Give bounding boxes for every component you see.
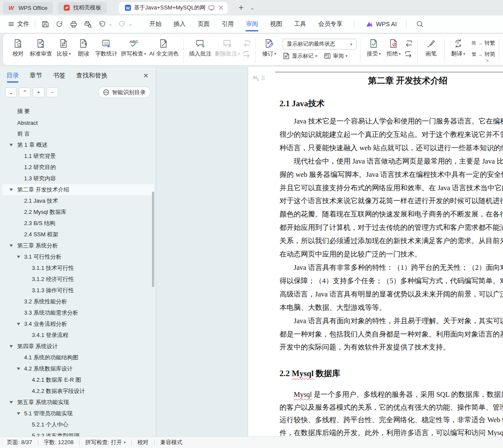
tab-list-button[interactable]: ⌄ — [250, 5, 254, 11]
tab-chapters[interactable]: 章节 — [30, 71, 42, 83]
toc-item[interactable]: 4.2.1 数据库 E-R 图 — [0, 374, 156, 386]
toc-item[interactable]: 3.1.2 经济可行性 — [0, 274, 156, 285]
toc-item[interactable]: 3.1.3 操作可行性 — [0, 285, 156, 296]
collapse-all-button[interactable]: ⌃ — [19, 87, 31, 97]
previous-comment-button[interactable] — [242, 39, 252, 48]
collapse-arrow-icon[interactable] — [17, 256, 20, 258]
menu-item-tools[interactable]: 工具 — [288, 15, 312, 33]
document-page[interactable]: H1 第二章 开发技术介绍 2.1 Java技术 Java 技术它是一个容易让人… — [248, 67, 503, 436]
toc-item[interactable]: 3.3 系统功能需求分析 — [0, 307, 156, 318]
accept-change-button[interactable]: 接受▾ — [364, 37, 384, 59]
toc-item[interactable]: 摘 要 — [0, 106, 156, 117]
wps-ai-button[interactable]: WPS AI — [366, 20, 397, 28]
toc-item[interactable]: 2.3 B/S 结构 — [0, 218, 156, 229]
more-tools-chevron-icon[interactable]: ⌄ — [129, 22, 133, 26]
undo-icon[interactable] — [98, 20, 106, 28]
proofread-status[interactable]: 校对 — [137, 439, 149, 446]
toc-item[interactable]: Abstract — [0, 117, 156, 128]
menu-item-insert[interactable]: 插入 — [168, 15, 192, 33]
tab-bookmarks[interactable]: 书签 — [53, 71, 65, 83]
toc-item[interactable]: 第 1 章 概述 — [0, 139, 156, 151]
toc-item[interactable]: 3.4.1 登录流程 — [0, 330, 156, 341]
redo-icon[interactable] — [118, 20, 127, 28]
print-icon[interactable] — [69, 20, 78, 28]
toc-item[interactable]: 2.4 SSM 框架 — [0, 229, 156, 240]
toc-item[interactable]: 3.1.1 技术可行性 — [0, 263, 156, 274]
file-menu-button[interactable]: 文件 — [8, 20, 29, 28]
menu-item-view[interactable]: 视图 — [264, 15, 288, 33]
toc-item[interactable]: 前 言 — [0, 128, 156, 139]
markup-state-dropdown[interactable]: 显示标记的最终状态 ▾ — [283, 39, 357, 49]
toc-item[interactable]: 1.1 研究背景 — [0, 151, 156, 162]
new-tab-button[interactable]: ＋ — [237, 2, 245, 13]
collapse-arrow-icon[interactable] — [9, 244, 13, 247]
toc-item[interactable]: 1.3 研究内容 — [0, 173, 156, 184]
insert-comment-button[interactable]: 插入批注 — [187, 37, 213, 59]
expand-all-button[interactable]: ⌄ — [5, 87, 17, 97]
compare-button[interactable]: 比较▾ — [54, 37, 74, 59]
menu-item-review[interactable]: 审阅 — [240, 15, 264, 33]
tab-find-replace[interactable]: 查找和替换 — [76, 71, 108, 83]
zoom-in-toc-button[interactable]: ＋ — [33, 87, 44, 97]
collapse-arrow-icon[interactable] — [9, 401, 13, 404]
close-tab-icon[interactable] — [217, 4, 224, 11]
toc-item[interactable]: 5.2.1 个人中心 — [0, 419, 156, 430]
toc-item[interactable]: 2.2 Mysql 数据库 — [0, 207, 156, 218]
collapse-arrow-icon[interactable] — [17, 323, 20, 325]
previous-change-button[interactable] — [404, 39, 414, 48]
export-icon[interactable] — [55, 20, 64, 28]
collapse-arrow-icon[interactable] — [9, 188, 13, 191]
toc-item[interactable]: 3.2 系统性能分析 — [0, 296, 156, 307]
next-comment-button[interactable] — [242, 49, 252, 59]
word-count-indicator[interactable]: 字数: 12208 — [44, 439, 74, 446]
toc-item[interactable]: 3.1 可行性分析 — [0, 251, 156, 263]
print-preview-icon[interactable] — [84, 20, 92, 28]
tab-contents[interactable]: 目录 — [6, 71, 19, 83]
toc-item[interactable]: 4.1 系统的功能结构图 — [0, 352, 156, 363]
toc-item[interactable]: 4.2 系统数据库设计 — [0, 363, 156, 374]
delete-comment-button[interactable]: 删除批注▾ — [213, 37, 242, 59]
sidebar-scrollbar[interactable] — [152, 192, 154, 287]
menu-item-membership[interactable]: 会员专享 — [312, 15, 348, 33]
collapse-arrow-icon[interactable] — [17, 412, 20, 415]
toc-item[interactable]: 第四章 系统设计 — [0, 341, 156, 352]
collapse-arrow-icon[interactable] — [9, 345, 13, 348]
page-indicator[interactable]: 页面: 8/37 — [7, 439, 32, 446]
ribbon-expand-icon[interactable]: ↘ — [485, 57, 489, 63]
pen-button[interactable]: 画笔 — [421, 37, 441, 59]
spell-check-button[interactable]: ABC 拼写检查▾ — [119, 37, 148, 59]
screen-mode-icon[interactable] — [208, 4, 215, 11]
ai-polish-button[interactable]: AI 全文润色 — [148, 37, 180, 59]
review-pane-button[interactable]: 审阅 ▾ — [323, 52, 348, 60]
save-icon[interactable] — [41, 20, 50, 28]
collapse-arrow-icon[interactable] — [9, 144, 13, 146]
heading-drag-handle[interactable]: H1 — [253, 75, 265, 81]
to-simplified-button[interactable]: 繁→ 转简 — [472, 51, 495, 58]
toc-item-selected[interactable]: 第二章 开发技术介绍 — [2, 184, 154, 195]
close-sidebar-icon[interactable]: ✕ — [143, 72, 149, 80]
tab-docer-templates[interactable]: 找稻壳模板 — [58, 2, 107, 14]
tab-document[interactable]: W 基于Java+SSM+MySQL的网 — [119, 2, 228, 14]
toc-item[interactable]: 5.1 管理员功能实现 — [0, 408, 156, 419]
menu-item-page[interactable]: 页面 — [192, 15, 216, 33]
standard-review-button[interactable]: 标准审查 — [28, 37, 54, 59]
show-markup-button[interactable]: 显示标记 ▾ — [283, 52, 317, 60]
next-change-button[interactable] — [404, 49, 414, 59]
undo-chevron-icon[interactable]: ⌄ — [109, 22, 112, 26]
toc-item[interactable]: 4.2.2 数据表字段设计 — [0, 386, 156, 397]
search-icon[interactable] — [416, 20, 424, 28]
toc-item[interactable]: 5.2.2 汽车类型管理 — [0, 430, 156, 436]
menu-item-home[interactable]: 开始 — [143, 15, 168, 33]
toc-item[interactable]: 1.2 研究目的 — [0, 162, 156, 173]
toc-item[interactable]: 第五章 系统功能实现 — [0, 397, 156, 408]
toc-item[interactable]: 第三章 系统分析 — [0, 240, 156, 251]
word-count-button[interactable]: 12 字数统计 — [93, 37, 119, 59]
read-aloud-button[interactable]: 朗读 — [74, 37, 93, 59]
toc-item[interactable]: 2.1 Java 技术 — [0, 195, 156, 207]
reject-change-button[interactable]: 拒绝▾ — [384, 37, 404, 59]
translate-button[interactable]: 文A 翻译▾ — [448, 37, 468, 59]
collapse-arrow-icon[interactable] — [17, 368, 20, 370]
to-traditional-button[interactable]: 简→ 转繁 — [472, 40, 495, 47]
toc-item[interactable]: 3.4 业务流程分析 — [0, 318, 156, 330]
spell-check-status[interactable]: 拼写检查: 打开▾ — [85, 439, 126, 446]
